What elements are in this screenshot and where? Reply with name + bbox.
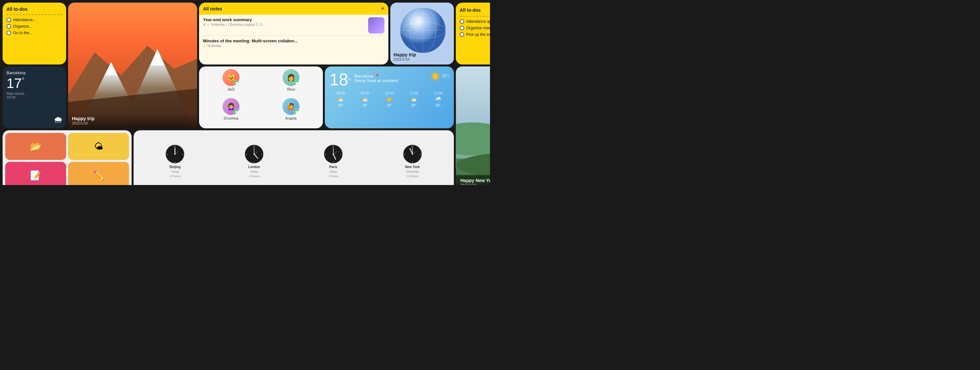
- hourly-forecast: 08:00 ⛅ 18° 09:00 ⛅ 18° 10:00 ☀️ 19° 11:…: [329, 91, 449, 107]
- svg-point-14: [410, 16, 423, 29]
- weather-desc: Rain Good...: [6, 92, 62, 95]
- big-weather-desc: Sunny Good air excellent: [355, 78, 398, 83]
- svg-text:9: 9: [246, 153, 247, 156]
- whatsapp-badge-2: 💬: [294, 80, 299, 86]
- notes-plus-btn[interactable]: +: [381, 5, 385, 12]
- svg-point-51: [332, 153, 334, 155]
- beijing-clock-sub: Today: [171, 170, 179, 173]
- note-title-1: Year-end work summary: [203, 17, 366, 22]
- big-weather-widget[interactable]: 18° Barcelona 📍 Sunny Good air excellent…: [325, 67, 454, 128]
- mountain-photo-overlay: Happy trip 2022/1/10: [68, 113, 197, 128]
- todo-item-1[interactable]: Attendance...: [6, 17, 62, 22]
- contact-zhuohua-name: ZhuoHua: [223, 116, 238, 120]
- hour-icon-2: ☀️: [378, 97, 401, 103]
- weather-small-widget[interactable]: Barcelona 17 ° Rain Good... 19°/8° 🌧: [3, 67, 66, 128]
- notes-large-title: All notes: [203, 6, 222, 11]
- todo-title-1: All to-dos: [6, 6, 28, 12]
- field-photo-date: 2022/1/10: [460, 183, 490, 185]
- svg-text:12: 12: [174, 145, 176, 147]
- note-title-2: Minutes of the meeting: Multi-screen col…: [203, 38, 385, 43]
- hour-1200: 12:00 🌧️ 20°: [427, 91, 449, 107]
- todo-wide-widget[interactable]: All to-dos + Attendance approval Organiz…: [456, 3, 490, 65]
- svg-point-42: [253, 153, 255, 155]
- beijing-clock-offset: +0 hours: [169, 175, 181, 178]
- note-item-1[interactable]: Year-end work summary ⬆ ★ Yesterday | 1.…: [203, 17, 385, 36]
- star-icon-1: ★: [207, 23, 210, 26]
- svg-text:3: 3: [261, 153, 262, 156]
- todo-wide-item-2[interactable]: Organize meeting minutes and reply to...: [460, 26, 490, 30]
- newyork-clock-offset: -13 hours: [406, 175, 418, 178]
- contact-shuo-avatar: 👩 💬: [282, 69, 299, 86]
- contact-shuo-name: Shuo: [287, 87, 295, 91]
- svg-text:9: 9: [404, 153, 405, 156]
- app-icon-write[interactable]: ✏️: [68, 162, 129, 185]
- whatsapp-badge-4: 💬: [294, 109, 299, 115]
- hour-icon-4: 🌧️: [427, 97, 449, 103]
- svg-text:3: 3: [182, 153, 183, 156]
- newyork-clock-label: New York: [405, 165, 420, 169]
- todo-wide-title: All to-dos: [460, 8, 481, 13]
- mountain-photo-title: Happy trip: [72, 116, 193, 121]
- hour-icon-3: ⛅: [402, 97, 425, 103]
- todo-wide-circle-1: [460, 19, 464, 24]
- world-clocks-widget[interactable]: 12 3 6 9 Beijing Today +0 hours 12 3: [134, 130, 454, 185]
- notes-header: All notes +: [199, 3, 388, 15]
- note-item-2[interactable]: Minutes of the meeting: Multi-screen col…: [203, 38, 385, 49]
- mountain-photo-date: 2022/1/10: [72, 121, 193, 125]
- upload-icon: ⬆: [203, 23, 205, 26]
- todo-item-2[interactable]: Organize...: [6, 24, 62, 29]
- svg-text:6: 6: [412, 161, 413, 163]
- hour-0900: 09:00 ⛅ 18°: [354, 91, 376, 107]
- app-icon-weather[interactable]: 🌤: [68, 133, 129, 160]
- field-photo-title: Happy New Year: [460, 178, 490, 183]
- notes-large-widget[interactable]: All notes + Year-end work summary ⬆ ★ Ye…: [199, 3, 388, 65]
- contact-jiazi[interactable]: 🐱 💬 JiaZi: [202, 69, 260, 97]
- paris-clock-sub: Today: [329, 170, 337, 173]
- contact-jiazi-name: JiaZi: [227, 87, 235, 91]
- globe-widget[interactable]: Happy trip 2022/1/10: [390, 3, 454, 65]
- whatsapp-badge-1: 💬: [234, 80, 239, 86]
- todo-wide-item-3[interactable]: Pick up the express from the express: [460, 32, 490, 37]
- todo-circle-1: [6, 17, 11, 22]
- contact-angela-contacts[interactable]: 🙋 💬 Angela: [262, 98, 320, 126]
- svg-point-18: [456, 122, 490, 156]
- paris-clock-offset: -7 hours: [328, 175, 339, 178]
- todo-wide-circle-3: [460, 32, 464, 37]
- todo-item-3[interactable]: Go to the...: [6, 31, 62, 35]
- london-clock-label: London: [248, 165, 260, 169]
- hour-icon-0: ⛅: [329, 97, 352, 103]
- app-icon-notes[interactable]: 📝: [5, 162, 66, 185]
- svg-text:6: 6: [332, 161, 334, 163]
- todo-wide-circle-2: [460, 26, 464, 30]
- weather-cloud-icon: 🌧: [54, 114, 63, 125]
- london-clock-offset: -8 hours: [249, 175, 260, 178]
- mountain-photo-widget[interactable]: Happy trip 2022/1/10: [68, 3, 197, 128]
- big-weather-max: 21°/: [442, 74, 449, 78]
- clock-beijing: 12 3 6 9 Beijing Today +0 hours: [137, 144, 213, 178]
- contact-jiazi-avatar: 🐱 💬: [223, 69, 239, 86]
- note-meta-1: ⬆ ★ Yesterday | 1.Business support 2. S.…: [203, 23, 366, 26]
- app-icon-files[interactable]: 📂: [5, 133, 66, 160]
- weather-temp: 17: [6, 76, 22, 90]
- contact-angela-avatar: 🙋 💬: [282, 98, 299, 115]
- note-meta-2: ★ Yesterday: [203, 44, 385, 48]
- todo-wide-item-1[interactable]: Attendance approval: [460, 19, 490, 24]
- app-icons-widget[interactable]: 📂 🌤 📝 ✏️: [3, 130, 132, 185]
- svg-text:3: 3: [340, 153, 341, 156]
- globe-title: Happy trip: [394, 52, 450, 57]
- contact-shuo[interactable]: 👩 💬 Shuo: [262, 69, 320, 97]
- london-clock-sub: Today: [250, 170, 258, 173]
- svg-point-60: [412, 153, 413, 155]
- clock-london: 12 3 6 9 London Today -8 hours: [216, 144, 293, 178]
- contact-zhuohua[interactable]: 👩‍🦱 💬 ZhuoHua: [202, 98, 260, 126]
- hour-icon-1: ⛅: [354, 97, 376, 103]
- svg-text:12: 12: [253, 145, 255, 147]
- svg-text:12: 12: [332, 145, 334, 147]
- field-photo-widget[interactable]: Happy New Year 2022/1/10: [456, 67, 490, 185]
- hour-1100: 11:00 ⛅ 20°: [402, 91, 425, 107]
- todo-widget-1[interactable]: All to-dos Attendance... Organize... Go …: [3, 3, 66, 65]
- todo-circle-3: [6, 31, 11, 35]
- contacts-widget[interactable]: 🐱 💬 JiaZi 👩 💬 Shuo 👩‍🦱 💬 ZhuoHua 🙋 💬: [199, 67, 323, 128]
- clock-paris: 12 3 6 9 Paris Today -7 hours: [295, 144, 372, 178]
- field-photo-overlay: Happy New Year 2022/1/10: [456, 173, 490, 185]
